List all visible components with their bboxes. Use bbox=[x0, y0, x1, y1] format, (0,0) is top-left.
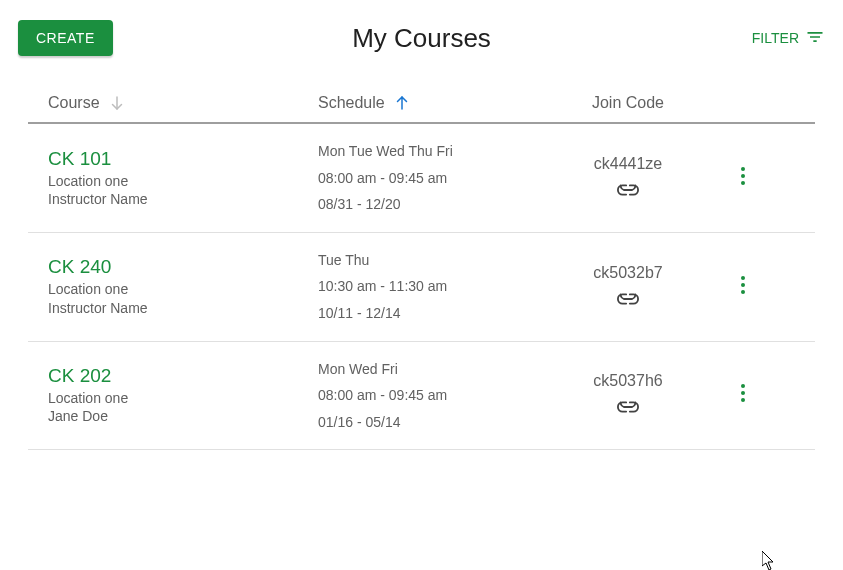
course-title[interactable]: CK 101 bbox=[48, 148, 318, 170]
column-header-course-label: Course bbox=[48, 94, 100, 112]
course-instructor: Jane Doe bbox=[48, 407, 318, 425]
row-menu-button[interactable] bbox=[740, 166, 746, 190]
courses-table: Course Schedule Join Code CK 101 Locatio… bbox=[0, 76, 843, 450]
join-code-text: ck5037h6 bbox=[538, 372, 718, 390]
schedule-days: Tue Thu bbox=[318, 247, 538, 274]
table-header: Course Schedule Join Code bbox=[28, 76, 815, 124]
svg-point-5 bbox=[741, 276, 745, 280]
svg-point-2 bbox=[741, 167, 745, 171]
link-icon bbox=[617, 400, 639, 418]
link-icon bbox=[617, 183, 639, 201]
cursor-icon bbox=[762, 551, 776, 570]
column-header-join-code-label: Join Code bbox=[592, 94, 664, 112]
join-code-text: ck5032b7 bbox=[538, 264, 718, 282]
course-cell: CK 202 Location one Jane Doe bbox=[28, 365, 318, 425]
copy-link-button[interactable] bbox=[538, 400, 718, 418]
schedule-time: 08:00 am - 09:45 am bbox=[318, 165, 538, 192]
copy-link-button[interactable] bbox=[538, 292, 718, 310]
svg-point-10 bbox=[741, 398, 745, 402]
svg-point-6 bbox=[741, 283, 745, 287]
join-code-cell: ck5032b7 bbox=[538, 264, 718, 310]
schedule-days: Mon Tue Wed Thu Fri bbox=[318, 138, 538, 165]
filter-button[interactable]: FILTER bbox=[752, 27, 825, 50]
schedule-time: 08:00 am - 09:45 am bbox=[318, 382, 538, 409]
svg-point-7 bbox=[741, 290, 745, 294]
arrow-down-icon bbox=[108, 94, 126, 112]
filter-label: FILTER bbox=[752, 30, 799, 46]
course-location: Location one bbox=[48, 389, 318, 407]
table-row: CK 101 Location one Instructor Name Mon … bbox=[28, 124, 815, 233]
more-vert-icon bbox=[740, 172, 746, 189]
filter-icon bbox=[805, 27, 825, 50]
schedule-dates: 10/11 - 12/14 bbox=[318, 300, 538, 327]
more-vert-icon bbox=[740, 389, 746, 406]
create-button[interactable]: CREATE bbox=[18, 20, 113, 56]
course-title[interactable]: CK 202 bbox=[48, 365, 318, 387]
join-code-cell: ck5037h6 bbox=[538, 372, 718, 418]
column-header-schedule[interactable]: Schedule bbox=[318, 94, 538, 112]
arrow-up-icon bbox=[393, 94, 411, 112]
column-header-schedule-label: Schedule bbox=[318, 94, 385, 112]
schedule-cell: Mon Wed Fri 08:00 am - 09:45 am 01/16 - … bbox=[318, 356, 538, 436]
svg-point-4 bbox=[741, 181, 745, 185]
row-menu-button[interactable] bbox=[740, 275, 746, 299]
course-cell: CK 101 Location one Instructor Name bbox=[28, 148, 318, 208]
course-instructor: Instructor Name bbox=[48, 299, 318, 317]
link-icon bbox=[617, 292, 639, 310]
schedule-time: 10:30 am - 11:30 am bbox=[318, 273, 538, 300]
page-title: My Courses bbox=[352, 23, 491, 54]
copy-link-button[interactable] bbox=[538, 183, 718, 201]
more-vert-icon bbox=[740, 281, 746, 298]
schedule-dates: 01/16 - 05/14 bbox=[318, 409, 538, 436]
course-cell: CK 240 Location one Instructor Name bbox=[28, 256, 318, 316]
schedule-cell: Tue Thu 10:30 am - 11:30 am 10/11 - 12/1… bbox=[318, 247, 538, 327]
svg-point-8 bbox=[741, 384, 745, 388]
column-header-join-code[interactable]: Join Code bbox=[538, 94, 718, 112]
table-row: CK 202 Location one Jane Doe Mon Wed Fri… bbox=[28, 342, 815, 451]
svg-point-3 bbox=[741, 174, 745, 178]
row-menu-button[interactable] bbox=[740, 383, 746, 407]
svg-point-9 bbox=[741, 391, 745, 395]
schedule-days: Mon Wed Fri bbox=[318, 356, 538, 383]
course-instructor: Instructor Name bbox=[48, 190, 318, 208]
course-location: Location one bbox=[48, 172, 318, 190]
join-code-cell: ck4441ze bbox=[538, 155, 718, 201]
join-code-text: ck4441ze bbox=[538, 155, 718, 173]
course-location: Location one bbox=[48, 280, 318, 298]
page-header: CREATE My Courses FILTER bbox=[0, 0, 843, 76]
course-title[interactable]: CK 240 bbox=[48, 256, 318, 278]
schedule-cell: Mon Tue Wed Thu Fri 08:00 am - 09:45 am … bbox=[318, 138, 538, 218]
schedule-dates: 08/31 - 12/20 bbox=[318, 191, 538, 218]
table-row: CK 240 Location one Instructor Name Tue … bbox=[28, 233, 815, 342]
column-header-course[interactable]: Course bbox=[28, 94, 318, 112]
